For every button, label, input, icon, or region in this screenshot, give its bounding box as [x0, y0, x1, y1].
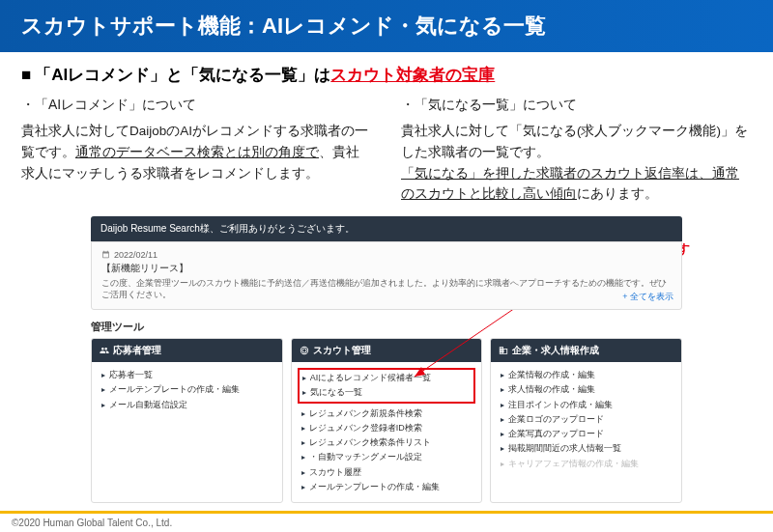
right-heading: ・「気になる一覧」について [401, 94, 752, 115]
list-item[interactable]: メール自動返信設定 [101, 398, 272, 412]
list-item[interactable]: 注目ポイントの作成・編集 [501, 398, 672, 412]
panels-row: 応募者管理 応募者一覧 メールテンプレートの作成・編集 メール自動返信設定 スカ… [91, 338, 682, 503]
right-p2b: にあります。 [577, 186, 658, 201]
show-all-link[interactable]: + 全てを表示 [622, 291, 673, 303]
panel-company: 企業・求人情報作成 企業情報の作成・編集 求人情報の作成・編集 注目ポイントの作… [490, 338, 682, 503]
list-item[interactable]: 掲載期間間近の求人情報一覧 [501, 441, 672, 456]
list-item[interactable]: 応募者一覧 [101, 368, 272, 382]
news-card: 2022/02/11 【新機能リリース】 この度、企業管理ツールのスカウト機能に… [91, 241, 682, 310]
panel-scout-title: スカウト管理 [313, 344, 371, 357]
panel-scout-body: AIによるレコメンド候補者一覧 気になる一覧 レジュメバンク新規条件検索 レジュ… [292, 362, 482, 502]
left-p1b: 通常のデータベース検索とは別の角度で [75, 145, 319, 159]
panel-applicants-title: 応募者管理 [113, 344, 161, 357]
app-welcome-bar: Daijob Resume Search様、ご利用ありがとうございます。 [91, 216, 682, 241]
building-icon [499, 346, 508, 355]
news-date: 2022/02/11 [114, 250, 157, 260]
list-item-ai-recommend[interactable]: AIによるレコメンド候補者一覧 [302, 371, 472, 385]
people-icon [100, 346, 109, 355]
panel-company-head: 企業・求人情報作成 [491, 339, 681, 362]
right-column: ・「気になる一覧」について 貴社求人に対して「気になる(求人ブックマーク機能)」… [401, 94, 752, 205]
left-column: ・「AIレコメンド」について 貴社求人に対してDaijobのAIがレコメンドする… [21, 94, 372, 205]
list-item[interactable]: レジュメバンク検索条件リスト [301, 435, 472, 450]
panel-applicants-head: 応募者管理 [92, 339, 282, 362]
news-body: この度、企業管理ツールのスカウト機能に予約送信／再送信機能が追加されました。より… [101, 277, 672, 301]
news-date-row: 2022/02/11 [101, 250, 157, 260]
list-item[interactable]: スカウト履歴 [301, 465, 472, 480]
list-item[interactable]: ・自動マッチングメール設定 [301, 450, 472, 464]
two-column-text: ・「AIレコメンド」について 貴社求人に対してDaijobのAIがレコメンドする… [21, 94, 752, 205]
panel-scout: スカウト管理 AIによるレコメンド候補者一覧 気になる一覧 レジュメバンク新規条… [291, 338, 483, 503]
lead-line: 「AIレコメンド」と「気になる一覧」はスカウト対象者の宝庫 [21, 64, 752, 86]
calendar-icon [101, 250, 110, 259]
panel-scout-head: スカウト管理 [292, 339, 482, 362]
list-item[interactable]: 企業写真のアップロード [501, 427, 672, 441]
slide-content: 「AIレコメンド」と「気になる一覧」はスカウト対象者の宝庫 ・「AIレコメンド」… [0, 52, 773, 511]
news-title: 【新機能リリース】 [101, 262, 672, 275]
copyright: ©2020 Human Global Talent Co., Ltd. [12, 518, 172, 528]
slide-title: スカウトサポート機能：AIレコメンド・気になる一覧 [21, 14, 546, 38]
panel-applicants-body: 応募者一覧 メールテンプレートの作成・編集 メール自動返信設定 [92, 362, 282, 420]
list-item[interactable]: レジュメバンク登録者ID検索 [301, 421, 472, 435]
lead-highlight: スカウト対象者の宝庫 [330, 66, 495, 84]
list-item[interactable]: 企業情報の作成・編集 [501, 368, 672, 382]
footer: ©2020 Human Global Talent Co., Ltd. [0, 511, 773, 532]
left-heading: ・「AIレコメンド」について [21, 94, 372, 115]
list-item[interactable]: 企業ロゴのアップロード [501, 412, 672, 427]
slide-header: スカウトサポート機能：AIレコメンド・気になる一覧 [0, 0, 773, 52]
list-item-disabled: キャリアフェア情報の作成・編集 [501, 457, 672, 471]
right-p1: 貴社求人に対して「気になる(求人ブックマーク機能)」をした求職者の一覧です。 [401, 121, 752, 162]
lead-prefix: 「AIレコメンド」と「気になる一覧」は [21, 66, 330, 84]
list-item[interactable]: メールテンプレートの作成・編集 [301, 480, 472, 494]
management-section-title: 管理ツール [91, 320, 682, 334]
scout-highlight-box: AIによるレコメンド候補者一覧 気になる一覧 [298, 368, 476, 404]
list-item-kininaru[interactable]: 気になる一覧 [302, 385, 472, 400]
list-item[interactable]: メールテンプレートの作成・編集 [101, 382, 272, 397]
screenshot-panel: こちらからご確認頂けます Daijob Resume Search様、ご利用あり… [91, 216, 682, 504]
panel-applicants: 応募者管理 応募者一覧 メールテンプレートの作成・編集 メール自動返信設定 [91, 338, 283, 503]
target-icon [300, 346, 309, 355]
list-item[interactable]: レジュメバンク新規条件検索 [301, 406, 472, 421]
panel-company-title: 企業・求人情報作成 [512, 344, 599, 357]
right-p2a: 「気になる」を押した求職者のスカウト返信率は、通常のスカウトと比較し高い傾向 [401, 166, 739, 202]
panel-company-body: 企業情報の作成・編集 求人情報の作成・編集 注目ポイントの作成・編集 企業ロゴの… [491, 362, 681, 479]
app-welcome-text: Daijob Resume Search様、ご利用ありがとうございます。 [100, 223, 355, 234]
list-item[interactable]: 求人情報の作成・編集 [501, 382, 672, 397]
